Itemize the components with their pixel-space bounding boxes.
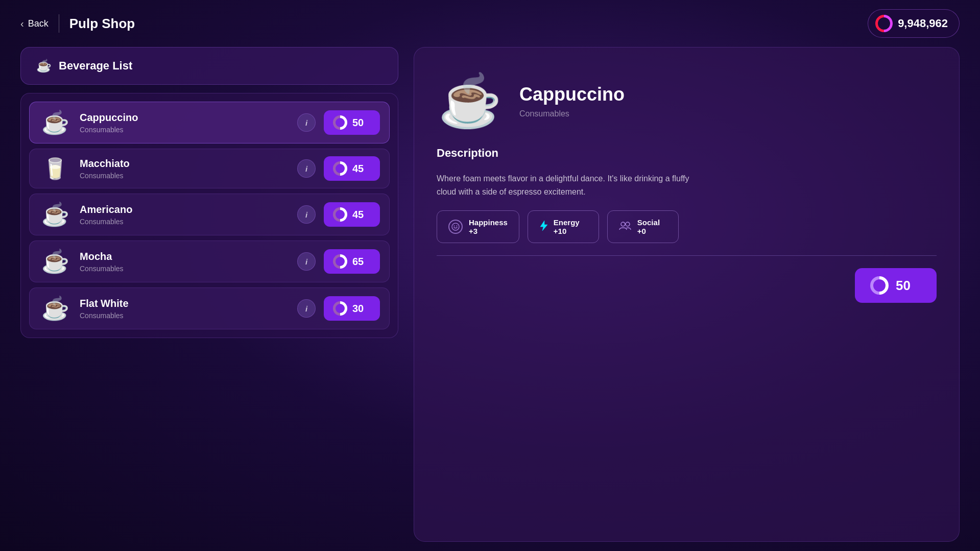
back-label: Back <box>28 18 49 29</box>
buy-coin-icon <box>333 207 347 222</box>
item-image-mocha: ☕ <box>39 248 71 275</box>
item-name: Macchiato <box>80 158 289 170</box>
beverage-list-header[interactable]: ☕ Beverage List <box>20 47 398 85</box>
stat-card-happiness: Happiness +3 <box>437 210 519 243</box>
item-category: Consumables <box>80 218 289 226</box>
list-item[interactable]: ☕ Flat White Consumables i 30 <box>29 288 390 329</box>
buy-button-mocha[interactable]: 65 <box>324 249 380 274</box>
item-category: Consumables <box>80 265 289 273</box>
stat-card-energy: Energy +10 <box>528 210 599 243</box>
currency-icon <box>875 15 893 32</box>
detail-title-block: Cappuccino Consumables <box>519 84 625 118</box>
energy-value: +10 <box>554 227 580 235</box>
buy-price: 45 <box>352 209 364 221</box>
item-info-cappuccino: Cappuccino Consumables <box>80 112 289 134</box>
social-value: +0 <box>637 227 660 235</box>
item-category: Consumables <box>80 172 289 180</box>
svg-point-1 <box>454 226 455 227</box>
list-item[interactable]: ☕ Mocha Consumables i 65 <box>29 241 390 282</box>
info-button-americano[interactable]: i <box>297 205 316 224</box>
buy-coin-icon <box>333 161 347 176</box>
right-panel: ☕ Cappuccino Consumables Description Whe… <box>414 47 960 542</box>
item-info-mocha: Mocha Consumables <box>80 251 289 273</box>
social-icon <box>619 221 631 233</box>
item-image-cappuccino: ☕ <box>39 109 71 136</box>
happiness-icon <box>448 220 463 234</box>
svg-point-4 <box>626 222 630 226</box>
item-info-flatwhite: Flat White Consumables <box>80 298 289 320</box>
currency-badge: 9,948,962 <box>868 9 960 38</box>
social-label: Social <box>637 218 660 227</box>
info-button-macchiato[interactable]: i <box>297 159 316 178</box>
buy-coin-icon <box>333 254 347 269</box>
item-category: Consumables <box>80 126 289 134</box>
stat-info-happiness: Happiness +3 <box>469 218 508 235</box>
buy-price: 65 <box>352 256 364 268</box>
item-image-macchiato: 🥛 <box>39 157 71 181</box>
main-content: ☕ Beverage List ☕ Cappuccino Consumables… <box>0 47 980 542</box>
stat-info-energy: Energy +10 <box>554 218 580 235</box>
buy-button-cappuccino[interactable]: 50 <box>324 110 380 135</box>
buy-button-flatwhite[interactable]: 30 <box>324 296 380 321</box>
description-label: Description <box>437 147 937 160</box>
buy-coin-icon <box>333 115 347 130</box>
detail-divider <box>437 255 937 256</box>
item-category: Consumables <box>80 312 289 320</box>
list-item[interactable]: ☕ Cappuccino Consumables i 50 <box>29 102 390 143</box>
stats-row: Happiness +3 Energy +10 <box>437 210 937 243</box>
currency-value: 9,948,962 <box>898 17 948 30</box>
item-name: Cappuccino <box>80 112 289 124</box>
svg-point-0 <box>452 223 459 230</box>
stat-card-social: Social +0 <box>607 210 679 243</box>
detail-buy-coin-icon <box>870 276 889 295</box>
item-image-flatwhite: ☕ <box>39 295 71 322</box>
detail-buy-row: 50 <box>437 268 937 303</box>
list-item[interactable]: 🥛 Macchiato Consumables i 45 <box>29 149 390 188</box>
item-info-macchiato: Macchiato Consumables <box>80 158 289 180</box>
detail-item-category: Consumables <box>519 109 625 118</box>
detail-buy-price: 50 <box>896 278 911 294</box>
energy-icon <box>539 220 547 234</box>
shop-title: Pulp Shop <box>69 16 135 32</box>
header: ‹ Back Pulp Shop 9,948,962 <box>0 0 980 47</box>
svg-point-3 <box>621 222 625 226</box>
energy-label: Energy <box>554 218 580 227</box>
header-divider <box>59 14 59 33</box>
buy-price: 50 <box>352 117 364 129</box>
back-chevron-icon: ‹ <box>20 18 24 30</box>
item-info-americano: Americano Consumables <box>80 204 289 226</box>
list-item[interactable]: ☕ Americano Consumables i 45 <box>29 194 390 235</box>
happiness-value: +3 <box>469 227 508 235</box>
coffee-cup-icon: ☕ <box>36 59 52 73</box>
info-button-flatwhite[interactable]: i <box>297 299 316 318</box>
item-image-americano: ☕ <box>39 201 71 228</box>
info-button-mocha[interactable]: i <box>297 252 316 271</box>
stat-info-social: Social +0 <box>637 218 660 235</box>
item-name: Americano <box>80 204 289 215</box>
item-name: Mocha <box>80 251 289 262</box>
detail-description: Where foam meets flavor in a delightful … <box>437 172 692 198</box>
info-button-cappuccino[interactable]: i <box>297 113 316 132</box>
buy-price: 45 <box>352 163 364 175</box>
buy-price: 30 <box>352 303 364 315</box>
svg-point-2 <box>457 226 458 227</box>
item-name: Flat White <box>80 298 289 309</box>
back-button[interactable]: ‹ Back <box>20 18 49 30</box>
beverage-list-label: Beverage List <box>59 59 132 73</box>
happiness-label: Happiness <box>469 218 508 227</box>
detail-header: ☕ Cappuccino Consumables <box>437 68 937 134</box>
items-list: ☕ Cappuccino Consumables i 50 🥛 Macchiat… <box>20 93 398 338</box>
buy-button-macchiato[interactable]: 45 <box>324 156 380 181</box>
buy-coin-icon <box>333 301 347 316</box>
buy-button-americano[interactable]: 45 <box>324 202 380 227</box>
detail-item-name: Cappuccino <box>519 84 625 105</box>
left-panel: ☕ Beverage List ☕ Cappuccino Consumables… <box>20 47 398 542</box>
detail-buy-button[interactable]: 50 <box>855 268 937 303</box>
detail-item-image: ☕ <box>437 68 503 134</box>
